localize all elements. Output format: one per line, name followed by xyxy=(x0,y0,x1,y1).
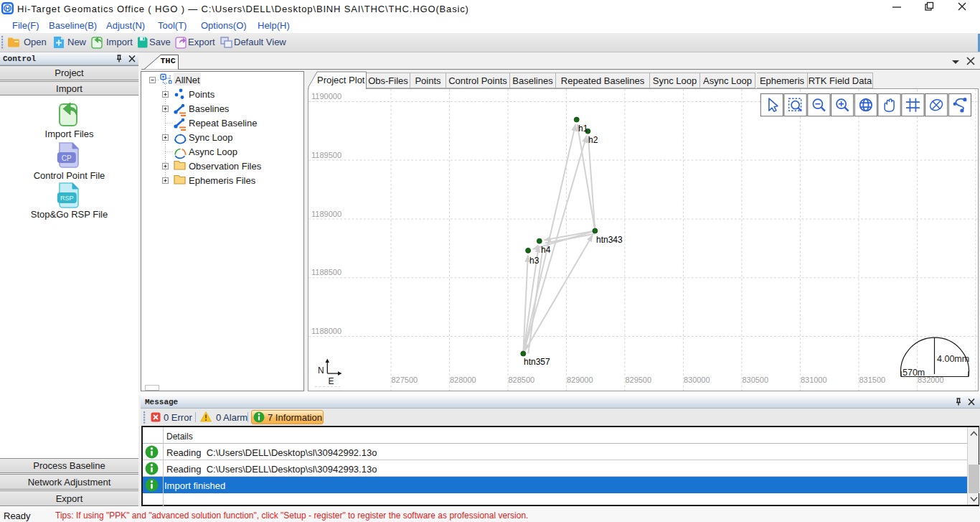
svg-text:828500: 828500 xyxy=(509,376,535,384)
svg-text:830000: 830000 xyxy=(684,376,710,384)
svg-text:E: E xyxy=(329,376,334,386)
svg-text:H: H xyxy=(5,5,10,12)
svg-text:829000: 829000 xyxy=(567,376,593,384)
svg-text:h1: h1 xyxy=(578,123,588,134)
svg-text:827500: 827500 xyxy=(392,376,418,384)
svg-text:RSP: RSP xyxy=(60,195,74,202)
svg-text:Project Plot: Project Plot xyxy=(317,75,365,85)
svg-text:828000: 828000 xyxy=(450,376,476,384)
svg-text:830500: 830500 xyxy=(742,376,768,384)
svg-text:THC: THC xyxy=(161,56,176,65)
svg-text:N: N xyxy=(318,365,324,376)
svg-text:Repeat Baseline: Repeat Baseline xyxy=(189,118,257,129)
svg-text:1188000: 1188000 xyxy=(311,327,341,335)
svg-text:831500: 831500 xyxy=(859,376,886,384)
svg-text:Observation Files: Observation Files xyxy=(189,161,262,172)
svg-text:Ephemeris Files: Ephemeris Files xyxy=(189,175,256,186)
svg-text:Sync Loop: Sync Loop xyxy=(189,132,232,143)
svg-text:1188500: 1188500 xyxy=(311,268,341,276)
svg-text:831000: 831000 xyxy=(801,376,827,384)
svg-text:4.00mm: 4.00mm xyxy=(937,354,969,364)
svg-text:htn357: htn357 xyxy=(524,357,550,367)
svg-text:htn343: htn343 xyxy=(596,235,623,245)
svg-text:1189000: 1189000 xyxy=(311,210,341,218)
svg-text:h2: h2 xyxy=(588,135,598,145)
svg-text:h3: h3 xyxy=(529,256,540,266)
svg-text:1190000: 1190000 xyxy=(311,92,341,101)
svg-text:Points: Points xyxy=(189,89,215,100)
svg-text:829500: 829500 xyxy=(625,376,651,384)
svg-text:570m: 570m xyxy=(903,368,925,378)
svg-text:Async Loop: Async Loop xyxy=(189,146,237,157)
svg-text:AllNet: AllNet xyxy=(175,75,200,85)
svg-text:CP: CP xyxy=(62,154,72,162)
svg-text:h4: h4 xyxy=(541,245,551,255)
svg-text:1189500: 1189500 xyxy=(311,151,341,159)
svg-text:Baselines: Baselines xyxy=(189,103,230,114)
